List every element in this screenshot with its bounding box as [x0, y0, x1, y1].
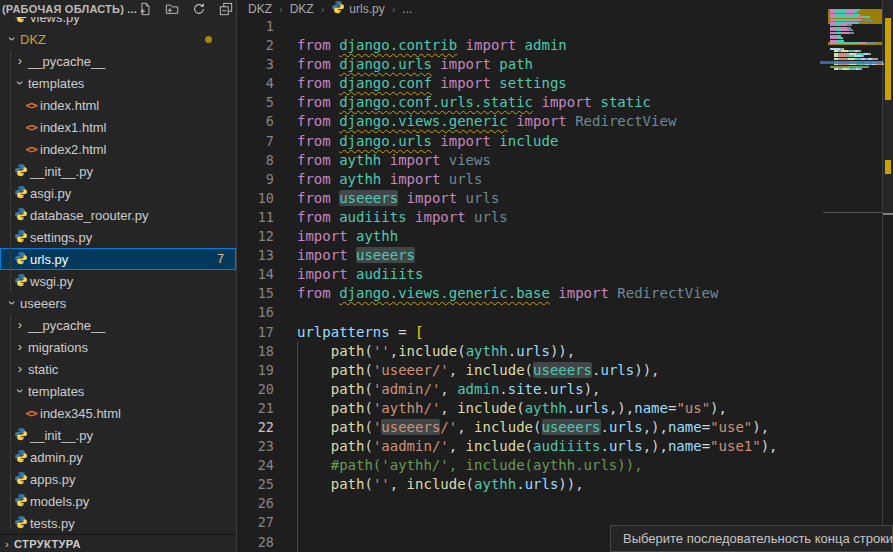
new-file-icon[interactable] — [137, 1, 153, 17]
tree-item-__init__.py[interactable]: __init__.py — [0, 160, 236, 182]
code-line[interactable]: 15from django.views.generic.base import … — [238, 284, 882, 303]
tree-item-database_roouter.py[interactable]: database_roouter.py — [0, 204, 236, 226]
line-number: 14 — [238, 265, 274, 284]
outline-section-header[interactable]: › СТРУКТУРА — [0, 534, 236, 552]
tree-item-admin.py[interactable]: admin.py — [0, 446, 236, 468]
tree-item-__pycache__[interactable]: ›__pycache__ — [0, 314, 236, 336]
tree-item-templates[interactable]: ›templates — [0, 72, 236, 94]
code-line[interactable]: 3from django.urls import path — [238, 55, 882, 74]
breadcrumb-item[interactable]: ... — [402, 2, 412, 16]
line-number: 25 — [238, 475, 274, 494]
code-line[interactable]: 22 path('useeers/', include(useeers.urls… — [238, 418, 882, 437]
tree-item-urls.py[interactable]: urls.py7 — [0, 248, 236, 270]
warning-mark — [885, 18, 891, 100]
chevron-right-icon: › — [0, 538, 14, 550]
chevron-right-icon: › — [12, 336, 28, 358]
line-number: 19 — [238, 361, 274, 380]
breadcrumb-item[interactable]: urls.py — [331, 0, 384, 17]
line-content: from django.contrib import admin — [297, 36, 567, 55]
code-line[interactable]: 20 path('admin/', admin.site.urls), — [238, 380, 882, 399]
python-icon-slot — [12, 185, 30, 202]
breadcrumb-label: DKZ — [248, 2, 272, 16]
tree-item-asgi.py[interactable]: asgi.py — [0, 182, 236, 204]
code-line[interactable]: 12import aythh — [238, 227, 882, 246]
code-line[interactable]: 1 — [238, 17, 882, 36]
python-icon — [14, 471, 28, 488]
code-area[interactable]: 12from django.contrib import admin3from … — [238, 17, 882, 552]
tree-item-label: asgi.py — [30, 186, 71, 201]
code-line[interactable]: 11from audiiits import urls — [238, 208, 882, 227]
code-line[interactable]: 23 path('aadmin/', include(audiiits.urls… — [238, 437, 882, 456]
code-line[interactable]: 5from django.conf.urls.static import sta… — [238, 93, 882, 112]
tree-item-useeers[interactable]: ›useeers — [0, 292, 236, 314]
tree-item-DKZ[interactable]: ›DKZ — [0, 28, 236, 50]
line-content: path('', include(aythh.urls)), — [297, 475, 584, 494]
editor-pane: DKZ›DKZ›urls.py›... 12from django.contri… — [238, 0, 893, 552]
tree-item-index345.html[interactable]: <>index345.html — [0, 402, 236, 424]
code-line[interactable]: 8from aythh import views — [238, 151, 882, 170]
tree-item-apps.py[interactable]: apps.py — [0, 468, 236, 490]
code-line[interactable]: 24 #path('aythh/', include(aythh.urls)), — [238, 456, 882, 475]
tree-item-models.py[interactable]: models.py — [0, 490, 236, 512]
breadcrumb-item[interactable]: DKZ — [290, 2, 314, 16]
code-line[interactable]: 7from django.urls import include — [238, 132, 882, 151]
breadcrumb-item[interactable]: DKZ — [248, 2, 272, 16]
new-folder-icon[interactable] — [164, 1, 180, 17]
code-line[interactable]: 2from django.contrib import admin — [238, 36, 882, 55]
file-tree: views.py›DKZ›__pycache__›templates<>inde… — [0, 6, 236, 535]
html-icon: <> — [25, 407, 36, 420]
tree-item-settings.py[interactable]: settings.py — [0, 226, 236, 248]
line-content: from django.views.generic.base import Re… — [297, 284, 718, 303]
explorer-section-header[interactable]: (РАБОЧАЯ ОБЛАСТЬ) ... — [0, 0, 236, 17]
tree-item-index.html[interactable]: <>index.html — [0, 94, 236, 116]
code-line[interactable]: 17urlpatterns = [ — [238, 323, 882, 342]
tree-item-migrations[interactable]: ›migrations — [0, 336, 236, 358]
tree-item-label: static — [28, 362, 58, 377]
python-icon — [14, 207, 28, 224]
scrollbar-overview-ruler[interactable] — [882, 0, 893, 552]
code-line[interactable]: 19 path('useeer/', include(useeers.urls)… — [238, 361, 882, 380]
tooltip-text: Выберите последовательность конца строки — [623, 531, 893, 546]
tree-item-wsgi.py[interactable]: wsgi.py — [0, 270, 236, 292]
code-line[interactable]: 6from django.views.generic import Redire… — [238, 112, 882, 131]
code-line[interactable]: 25 path('', include(aythh.urls)), — [238, 475, 882, 494]
code-line[interactable]: 13import useeers — [238, 246, 882, 265]
tree-item-templates[interactable]: ›templates — [0, 380, 236, 402]
outline-section-label: СТРУКТУРА — [14, 538, 81, 550]
line-content: from django.urls import include — [297, 132, 558, 151]
code-line[interactable]: 18 path('',include(aythh.urls)), — [238, 342, 882, 361]
python-icon-slot — [12, 163, 30, 180]
tree-item-index2.html[interactable]: <>index2.html — [0, 138, 236, 160]
code-line[interactable]: 26 — [238, 494, 882, 513]
code-line[interactable]: 21 path('aythh/', include(aythh.urls,),n… — [238, 399, 882, 418]
line-number: 18 — [238, 342, 274, 361]
python-icon-slot — [12, 515, 30, 532]
collapse-all-icon[interactable] — [218, 1, 234, 17]
line-number: 28 — [238, 533, 274, 552]
code-line[interactable]: 10from useeers import urls — [238, 189, 882, 208]
code-line[interactable]: 16 — [238, 303, 882, 322]
chevron-down-icon: › — [9, 383, 31, 399]
code-line[interactable]: 14import audiiits — [238, 265, 882, 284]
tree-item-__init__.py[interactable]: __init__.py — [0, 424, 236, 446]
tree-item-static[interactable]: ›static — [0, 358, 236, 380]
chevron-down-icon: › — [9, 75, 31, 91]
line-number: 17 — [238, 323, 274, 342]
tree-item-index1.html[interactable]: <>index1.html — [0, 116, 236, 138]
html-icon: <> — [25, 121, 36, 134]
line-number: 16 — [238, 303, 274, 322]
tree-indent-guide — [10, 50, 11, 292]
tree-indent-guide — [10, 314, 11, 528]
code-line[interactable]: 9from aythh import urls — [238, 170, 882, 189]
tree-item-label: tests.py — [30, 516, 75, 531]
refresh-icon[interactable] — [191, 1, 207, 17]
line-content: import audiiits — [297, 265, 423, 284]
python-icon — [14, 493, 28, 510]
tree-item-tests.py[interactable]: tests.py — [0, 512, 236, 534]
tree-item-label: templates — [28, 384, 84, 399]
code-line[interactable]: 4from django.conf import settings — [238, 74, 882, 93]
chevron-right-icon: › — [12, 50, 28, 72]
tree-item-__pycache__[interactable]: ›__pycache__ — [0, 50, 236, 72]
minimap[interactable] — [820, 6, 882, 136]
html-icon-slot: <> — [22, 143, 40, 156]
